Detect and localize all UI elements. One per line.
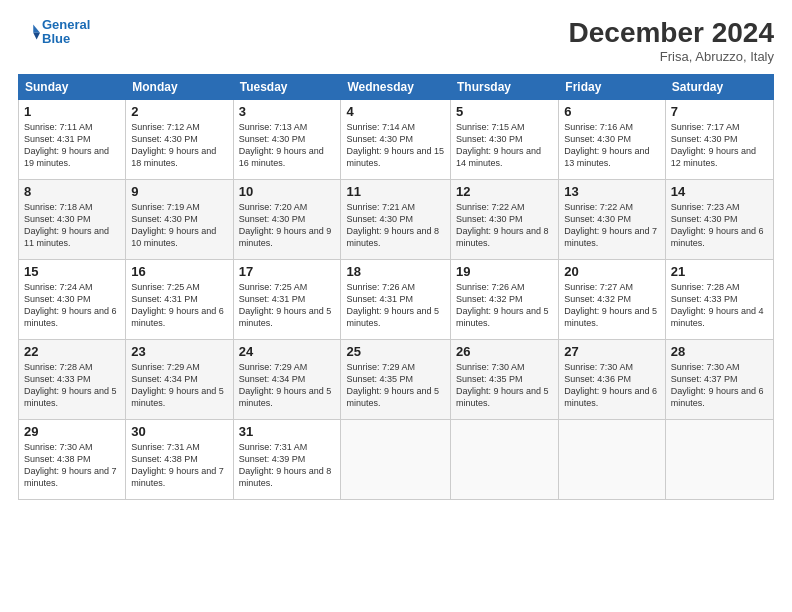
col-saturday: Saturday (665, 74, 773, 99)
calendar-week-row: 22 Sunrise: 7:28 AM Sunset: 4:33 PM Dayl… (19, 339, 774, 419)
table-row: 15 Sunrise: 7:24 AM Sunset: 4:30 PM Dayl… (19, 259, 126, 339)
cell-info: Sunrise: 7:16 AM Sunset: 4:30 PM Dayligh… (564, 121, 660, 170)
svg-marker-1 (33, 33, 40, 40)
cell-info: Sunrise: 7:20 AM Sunset: 4:30 PM Dayligh… (239, 201, 336, 250)
calendar-header-row: Sunday Monday Tuesday Wednesday Thursday… (19, 74, 774, 99)
day-number: 5 (456, 104, 553, 119)
col-sunday: Sunday (19, 74, 126, 99)
day-number: 3 (239, 104, 336, 119)
day-number: 7 (671, 104, 768, 119)
col-monday: Monday (126, 74, 233, 99)
day-number: 13 (564, 184, 660, 199)
cell-info: Sunrise: 7:26 AM Sunset: 4:32 PM Dayligh… (456, 281, 553, 330)
day-number: 24 (239, 344, 336, 359)
day-number: 21 (671, 264, 768, 279)
day-number: 14 (671, 184, 768, 199)
table-row: 2 Sunrise: 7:12 AM Sunset: 4:30 PM Dayli… (126, 99, 233, 179)
table-row (665, 419, 773, 499)
calendar-week-row: 29 Sunrise: 7:30 AM Sunset: 4:38 PM Dayl… (19, 419, 774, 499)
col-wednesday: Wednesday (341, 74, 451, 99)
table-row: 29 Sunrise: 7:30 AM Sunset: 4:38 PM Dayl… (19, 419, 126, 499)
table-row: 20 Sunrise: 7:27 AM Sunset: 4:32 PM Dayl… (559, 259, 666, 339)
table-row: 10 Sunrise: 7:20 AM Sunset: 4:30 PM Dayl… (233, 179, 341, 259)
calendar-table: Sunday Monday Tuesday Wednesday Thursday… (18, 74, 774, 500)
day-number: 10 (239, 184, 336, 199)
day-number: 30 (131, 424, 227, 439)
day-number: 27 (564, 344, 660, 359)
svg-marker-0 (33, 25, 40, 33)
table-row: 8 Sunrise: 7:18 AM Sunset: 4:30 PM Dayli… (19, 179, 126, 259)
cell-info: Sunrise: 7:22 AM Sunset: 4:30 PM Dayligh… (564, 201, 660, 250)
day-number: 23 (131, 344, 227, 359)
cell-info: Sunrise: 7:23 AM Sunset: 4:30 PM Dayligh… (671, 201, 768, 250)
day-number: 2 (131, 104, 227, 119)
table-row: 22 Sunrise: 7:28 AM Sunset: 4:33 PM Dayl… (19, 339, 126, 419)
day-number: 11 (346, 184, 445, 199)
table-row: 28 Sunrise: 7:30 AM Sunset: 4:37 PM Dayl… (665, 339, 773, 419)
day-number: 20 (564, 264, 660, 279)
location-subtitle: Frisa, Abruzzo, Italy (569, 49, 774, 64)
cell-info: Sunrise: 7:31 AM Sunset: 4:38 PM Dayligh… (131, 441, 227, 490)
table-row: 30 Sunrise: 7:31 AM Sunset: 4:38 PM Dayl… (126, 419, 233, 499)
day-number: 6 (564, 104, 660, 119)
table-row: 12 Sunrise: 7:22 AM Sunset: 4:30 PM Dayl… (451, 179, 559, 259)
day-number: 8 (24, 184, 120, 199)
day-number: 22 (24, 344, 120, 359)
cell-info: Sunrise: 7:30 AM Sunset: 4:38 PM Dayligh… (24, 441, 120, 490)
cell-info: Sunrise: 7:13 AM Sunset: 4:30 PM Dayligh… (239, 121, 336, 170)
cell-info: Sunrise: 7:18 AM Sunset: 4:30 PM Dayligh… (24, 201, 120, 250)
day-number: 18 (346, 264, 445, 279)
table-row: 26 Sunrise: 7:30 AM Sunset: 4:35 PM Dayl… (451, 339, 559, 419)
cell-info: Sunrise: 7:25 AM Sunset: 4:31 PM Dayligh… (239, 281, 336, 330)
day-number: 25 (346, 344, 445, 359)
cell-info: Sunrise: 7:30 AM Sunset: 4:37 PM Dayligh… (671, 361, 768, 410)
day-number: 31 (239, 424, 336, 439)
logo-blue-text: Blue (42, 31, 70, 46)
cell-info: Sunrise: 7:14 AM Sunset: 4:30 PM Dayligh… (346, 121, 445, 170)
cell-info: Sunrise: 7:27 AM Sunset: 4:32 PM Dayligh… (564, 281, 660, 330)
table-row: 23 Sunrise: 7:29 AM Sunset: 4:34 PM Dayl… (126, 339, 233, 419)
cell-info: Sunrise: 7:29 AM Sunset: 4:34 PM Dayligh… (239, 361, 336, 410)
cell-info: Sunrise: 7:25 AM Sunset: 4:31 PM Dayligh… (131, 281, 227, 330)
table-row: 27 Sunrise: 7:30 AM Sunset: 4:36 PM Dayl… (559, 339, 666, 419)
cell-info: Sunrise: 7:22 AM Sunset: 4:30 PM Dayligh… (456, 201, 553, 250)
page: General Blue December 2024 Frisa, Abruzz… (0, 0, 792, 612)
cell-info: Sunrise: 7:12 AM Sunset: 4:30 PM Dayligh… (131, 121, 227, 170)
table-row: 24 Sunrise: 7:29 AM Sunset: 4:34 PM Dayl… (233, 339, 341, 419)
logo-general: General (42, 17, 90, 32)
calendar-week-row: 1 Sunrise: 7:11 AM Sunset: 4:31 PM Dayli… (19, 99, 774, 179)
day-number: 12 (456, 184, 553, 199)
table-row: 31 Sunrise: 7:31 AM Sunset: 4:39 PM Dayl… (233, 419, 341, 499)
table-row: 11 Sunrise: 7:21 AM Sunset: 4:30 PM Dayl… (341, 179, 451, 259)
cell-info: Sunrise: 7:19 AM Sunset: 4:30 PM Dayligh… (131, 201, 227, 250)
cell-info: Sunrise: 7:26 AM Sunset: 4:31 PM Dayligh… (346, 281, 445, 330)
day-number: 9 (131, 184, 227, 199)
cell-info: Sunrise: 7:30 AM Sunset: 4:35 PM Dayligh… (456, 361, 553, 410)
table-row (451, 419, 559, 499)
table-row: 18 Sunrise: 7:26 AM Sunset: 4:31 PM Dayl… (341, 259, 451, 339)
col-tuesday: Tuesday (233, 74, 341, 99)
table-row: 9 Sunrise: 7:19 AM Sunset: 4:30 PM Dayli… (126, 179, 233, 259)
cell-info: Sunrise: 7:29 AM Sunset: 4:34 PM Dayligh… (131, 361, 227, 410)
table-row: 13 Sunrise: 7:22 AM Sunset: 4:30 PM Dayl… (559, 179, 666, 259)
table-row: 5 Sunrise: 7:15 AM Sunset: 4:30 PM Dayli… (451, 99, 559, 179)
calendar-week-row: 8 Sunrise: 7:18 AM Sunset: 4:30 PM Dayli… (19, 179, 774, 259)
calendar-week-row: 15 Sunrise: 7:24 AM Sunset: 4:30 PM Dayl… (19, 259, 774, 339)
day-number: 28 (671, 344, 768, 359)
day-number: 17 (239, 264, 336, 279)
day-number: 29 (24, 424, 120, 439)
table-row: 19 Sunrise: 7:26 AM Sunset: 4:32 PM Dayl… (451, 259, 559, 339)
table-row: 17 Sunrise: 7:25 AM Sunset: 4:31 PM Dayl… (233, 259, 341, 339)
logo-icon (18, 21, 40, 43)
title-block: December 2024 Frisa, Abruzzo, Italy (569, 18, 774, 64)
day-number: 26 (456, 344, 553, 359)
table-row: 1 Sunrise: 7:11 AM Sunset: 4:31 PM Dayli… (19, 99, 126, 179)
table-row: 4 Sunrise: 7:14 AM Sunset: 4:30 PM Dayli… (341, 99, 451, 179)
table-row: 6 Sunrise: 7:16 AM Sunset: 4:30 PM Dayli… (559, 99, 666, 179)
col-thursday: Thursday (451, 74, 559, 99)
cell-info: Sunrise: 7:28 AM Sunset: 4:33 PM Dayligh… (671, 281, 768, 330)
day-number: 16 (131, 264, 227, 279)
cell-info: Sunrise: 7:29 AM Sunset: 4:35 PM Dayligh… (346, 361, 445, 410)
day-number: 1 (24, 104, 120, 119)
logo-text: General Blue (42, 18, 90, 47)
